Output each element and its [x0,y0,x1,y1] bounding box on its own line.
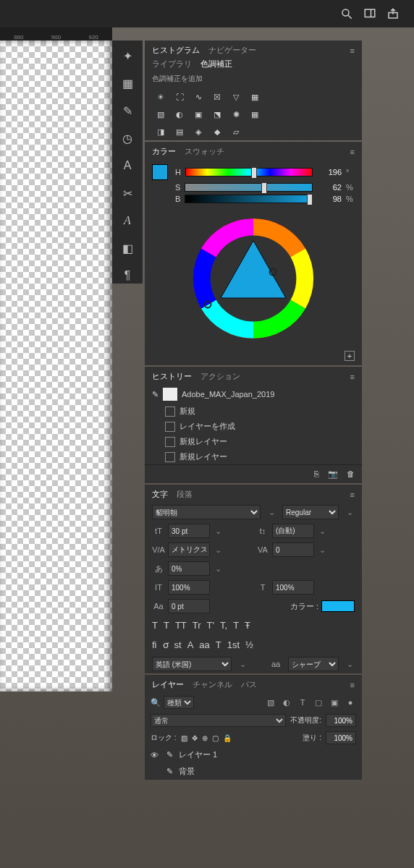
tab-library[interactable]: ライブラリ [152,59,192,69]
lookup-icon[interactable]: ▦ [249,91,261,103]
contextual-button[interactable]: ơ [163,639,169,650]
exposure-icon[interactable]: ☒ [211,91,223,103]
pilcrow-icon[interactable]: ¶ [119,268,135,284]
poster-icon[interactable]: ▤ [174,126,185,137]
panel-menu-icon[interactable]: ≡ [350,373,355,381]
tab-navigator[interactable]: ナビゲーター [208,45,256,56]
opacity-input[interactable] [326,714,356,727]
fill-input[interactable] [326,731,356,744]
filter-type-icon[interactable]: T [297,697,308,708]
antialias-select[interactable]: シャープ [288,657,339,671]
layer-row[interactable]: ✎ 背景 [145,763,362,780]
hue-slider[interactable] [185,168,313,176]
bold-button[interactable]: T [152,620,158,631]
titling-button[interactable]: T [216,639,221,650]
brightness-icon[interactable]: ☀ [155,91,166,103]
font-size-input[interactable] [168,524,210,538]
panel-menu-icon[interactable]: ≡ [350,148,355,156]
tab-actions[interactable]: アクション [200,371,240,382]
filter-shape-icon[interactable]: ▢ [313,697,324,708]
stylistic-button[interactable]: aa [199,639,209,650]
history-document[interactable]: ✎ Adobe_MAX_Japan_2019 [145,385,362,404]
mixer-icon[interactable]: ⬔ [211,109,223,120]
layer-name[interactable]: レイヤー 1 [179,749,217,760]
bw-icon[interactable]: ◐ [174,109,185,120]
swash-button[interactable]: A [187,639,194,650]
foreground-swatch[interactable] [152,164,168,180]
history-step[interactable]: レイヤーを作成 [145,419,362,434]
ligature-button[interactable]: fi [152,639,157,650]
panel-menu-icon[interactable]: ≡ [350,681,355,689]
tab-swatches[interactable]: スウォッチ [185,146,224,157]
filter-adjust-icon[interactable]: ◐ [281,697,292,708]
history-step[interactable]: 新規 [145,404,362,419]
sat-value[interactable]: 62 [317,183,342,192]
tsume-input[interactable] [168,561,210,576]
visibility-icon[interactable]: 👁 [151,751,161,760]
threshold-icon[interactable]: ◈ [193,126,204,137]
subscript-button[interactable]: T, [220,620,227,631]
vibrance-icon[interactable]: ▽ [230,91,242,103]
vscale-input[interactable] [168,580,210,595]
grid-icon[interactable]: ▦ [119,75,135,91]
tab-adjustments[interactable]: 色調補正 [200,59,232,69]
ordinal-button[interactable]: 1st [227,639,240,650]
discretionary-button[interactable]: st [174,639,182,650]
allcaps-button[interactable]: TT [175,620,187,631]
smallcaps-button[interactable]: Tr [193,620,201,631]
invert-icon[interactable]: ◨ [155,126,166,137]
tab-histogram[interactable]: ヒストグラム [152,45,200,56]
strike-button[interactable]: Ŧ [245,620,250,631]
cube-icon[interactable]: ◧ [119,240,135,256]
snapshot-icon[interactable]: ⎘ [314,469,319,479]
hscale-input[interactable] [272,580,314,595]
history-step[interactable]: 新規レイヤー [145,449,362,464]
search-icon[interactable] [340,7,353,20]
tracking-input[interactable] [272,542,314,557]
lock-move-icon[interactable]: ⊕ [202,734,208,742]
kerning-input[interactable] [168,542,210,557]
layer-kind-select[interactable]: 種類 [164,696,194,709]
add-swatch-icon[interactable]: + [345,351,355,361]
share-icon[interactable] [386,7,400,20]
history-icon[interactable]: ◷ [119,130,135,146]
tab-color[interactable]: カラー [152,146,176,157]
tab-character[interactable]: 文字 [152,489,168,500]
panel-menu-icon[interactable]: ≡ [350,490,355,499]
color-wheel[interactable] [188,213,318,344]
superscript-button[interactable]: T' [207,620,214,631]
baseline-input[interactable] [168,599,210,613]
filter-pixel-icon[interactable]: ▧ [265,697,276,708]
text-tool-icon[interactable]: A [119,158,135,174]
fraction-button[interactable]: ½ [245,639,253,650]
photo-icon[interactable]: ▣ [193,109,204,120]
curves-icon[interactable]: ∿ [193,91,204,103]
filter-smart-icon[interactable]: ▣ [329,697,340,708]
trash-icon[interactable]: 🗑 [347,469,355,479]
workspace-icon[interactable] [363,7,376,20]
font-family-select[interactable]: 貂明朝 [152,505,261,519]
camera-icon[interactable]: 📷 [328,469,338,479]
levels-icon[interactable]: ⛶ [174,91,185,103]
search-icon[interactable]: 🔍 [151,698,161,707]
lock-artboard-icon[interactable]: ▢ [212,734,219,742]
font-style-select[interactable]: Regular [282,505,339,519]
selcolor-icon[interactable]: ◆ [211,126,223,137]
brush-icon[interactable]: ✎ [119,103,135,119]
underline-button[interactable]: T [233,620,239,631]
tab-history[interactable]: ヒストリー [152,371,192,382]
lock-position-icon[interactable]: ✥ [192,734,198,742]
panel-menu-icon[interactable]: ≡ [350,46,355,55]
hue-icon[interactable]: ▧ [155,109,166,120]
map-icon[interactable]: ▱ [230,126,242,137]
blend-mode-select[interactable]: 通常 [151,714,286,727]
gradmap-icon[interactable]: ▦ [249,109,261,120]
glyph-icon[interactable]: A [119,213,135,229]
filter-toggle[interactable]: ● [345,697,356,708]
bri-slider[interactable] [185,195,313,203]
text-color-chip[interactable] [321,600,355,612]
bri-value[interactable]: 98 [317,195,342,203]
hue-value[interactable]: 196 [317,168,342,176]
colorize-icon[interactable]: ✺ [230,109,242,120]
scissors-icon[interactable]: ✂ [119,185,135,201]
